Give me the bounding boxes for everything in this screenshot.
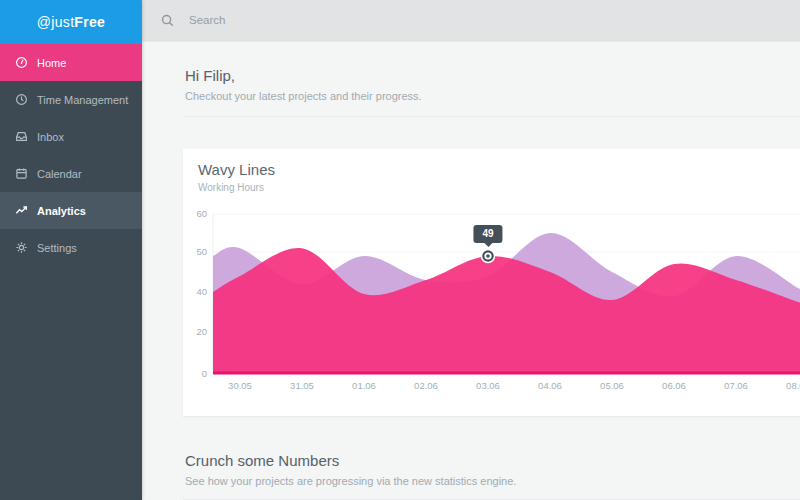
x-axis-label: 03.06	[476, 380, 500, 391]
dashboard-icon	[14, 56, 28, 70]
inbox-icon	[14, 130, 28, 144]
sidebar-item-label: Inbox	[37, 131, 64, 143]
y-axis-label: 20	[196, 326, 207, 337]
sidebar-menu: Home Time Management Inbox Calendar Anal…	[0, 44, 142, 266]
sidebar-item-calendar[interactable]: Calendar	[0, 155, 142, 192]
card-title: Wavy Lines	[198, 161, 275, 178]
x-axis-label: 05.06	[600, 380, 624, 391]
card-header: Wavy Lines Working Hours	[198, 161, 275, 193]
section-subtitle: See how your projects are progressing vi…	[185, 475, 800, 487]
sidebar-item-time-management[interactable]: Time Management	[0, 81, 142, 118]
logo-text-light: @just	[37, 14, 75, 30]
crunch-numbers-block: Crunch some Numbers See how your project…	[142, 416, 800, 487]
wavy-chart: 02040506030.0531.0501.0602.0603.0604.060…	[183, 149, 800, 416]
sidebar: @justFree Home Time Management Inbox Cal…	[0, 0, 142, 500]
x-axis-label: 01.06	[352, 380, 376, 391]
sidebar-item-settings[interactable]: Settings	[0, 229, 142, 266]
wavy-lines-card: Wavy Lines Working Hours 02040506030.053…	[183, 149, 800, 416]
section-title: Crunch some Numbers	[185, 452, 800, 469]
sidebar-item-label: Analytics	[37, 205, 86, 217]
calendar-icon	[14, 167, 28, 181]
y-axis-label: 60	[196, 208, 207, 219]
card-subtitle: Working Hours	[198, 182, 275, 193]
sidebar-item-label: Calendar	[37, 168, 82, 180]
main-content: Hi Filip, Checkout your latest projects …	[142, 40, 800, 500]
x-axis-label: 31.05	[290, 380, 314, 391]
sidebar-item-analytics[interactable]: Analytics	[0, 192, 142, 229]
search-input[interactable]	[187, 13, 491, 27]
page-title: Hi Filip,	[185, 67, 800, 84]
clock-icon	[14, 93, 28, 107]
y-axis-label: 50	[196, 246, 207, 257]
sidebar-item-label: Settings	[37, 242, 77, 254]
x-axis-label: 30.05	[228, 380, 252, 391]
pink-area	[213, 248, 800, 374]
sidebar-item-inbox[interactable]: Inbox	[0, 118, 142, 155]
chart-tooltip[interactable]: 49	[473, 225, 502, 243]
topbar	[142, 0, 800, 40]
sidebar-item-label: Time Management	[37, 94, 128, 106]
sidebar-item-home[interactable]: Home	[0, 44, 142, 81]
app-logo[interactable]: @justFree	[0, 0, 142, 44]
tooltip-dot-core	[486, 254, 490, 258]
analytics-icon	[14, 204, 28, 218]
x-axis-label: 06.06	[662, 380, 686, 391]
x-axis-label: 02.06	[414, 380, 438, 391]
page-subtitle: Checkout your latest projects and their …	[185, 90, 800, 102]
x-axis-label: 04.06	[538, 380, 562, 391]
y-axis-label: 40	[196, 286, 207, 297]
greeting-block: Hi Filip, Checkout your latest projects …	[142, 40, 800, 102]
search-icon	[160, 13, 175, 28]
x-axis-label: 07.06	[724, 380, 748, 391]
divider	[183, 116, 800, 117]
y-axis-label: 0	[202, 368, 207, 379]
sidebar-item-label: Home	[37, 57, 66, 69]
x-axis-label: 08.06	[786, 380, 800, 391]
logo-text-bold: Free	[74, 14, 105, 30]
gear-icon	[14, 241, 28, 255]
